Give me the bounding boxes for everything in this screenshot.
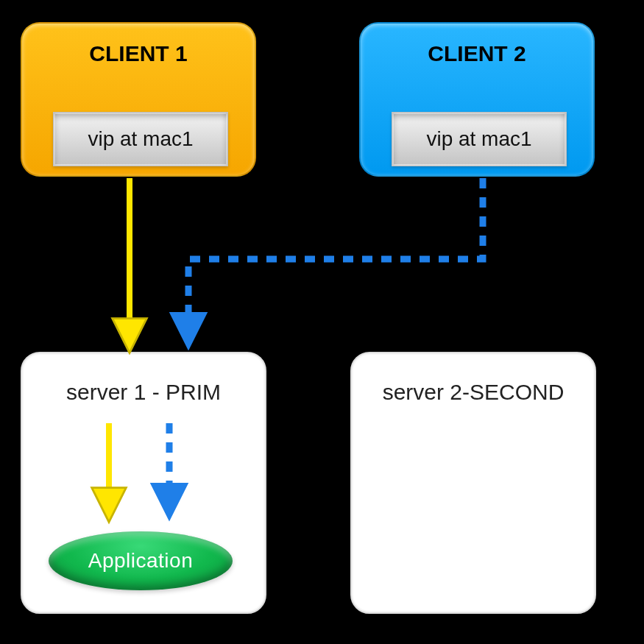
client2-plate-text: vip at mac1 — [426, 127, 531, 151]
client2-title: CLIENT 2 — [361, 41, 593, 66]
client2-plate: vip at mac1 — [392, 112, 567, 166]
diagram-canvas: CLIENT 1 vip at mac1 CLIENT 2 vip at mac… — [0, 0, 644, 644]
arrow-client2-to-server1 — [188, 178, 483, 343]
server2-box: server 2-SECOND — [350, 352, 596, 614]
server1-box: server 1 - PRIM Application — [21, 352, 266, 614]
server1-title: server 1 - PRIM — [22, 380, 265, 405]
client1-title: CLIENT 1 — [22, 41, 255, 66]
client1-plate: vip at mac1 — [53, 112, 228, 166]
application-node: Application — [49, 531, 233, 590]
application-label: Application — [88, 549, 193, 573]
server2-title: server 2-SECOND — [352, 380, 595, 405]
client1-box: CLIENT 1 vip at mac1 — [21, 22, 256, 177]
client1-plate-text: vip at mac1 — [88, 127, 193, 151]
client2-box: CLIENT 2 vip at mac1 — [359, 22, 595, 177]
